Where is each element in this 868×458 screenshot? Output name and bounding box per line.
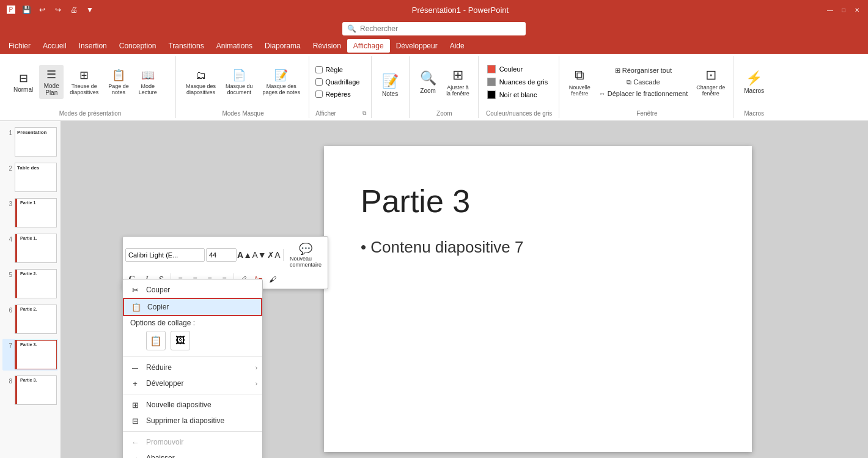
guides-checkbox-label[interactable]: Repères: [315, 89, 351, 99]
paste-text-only-button[interactable]: 🖼: [171, 331, 190, 350]
redo-button[interactable]: ↪: [51, 3, 65, 17]
toolbar-divider-1: [283, 249, 284, 261]
ruler-checkbox[interactable]: [315, 66, 323, 73]
slide-num-1: 1: [4, 130, 12, 136]
new-comment-button[interactable]: 💬 Nouveaucommentaire: [286, 239, 325, 271]
ribbon-group-macros-content: ⚡ Macros: [740, 56, 768, 108]
slide-preview-2: Table des: [15, 163, 57, 192]
menu-revision[interactable]: Révision: [307, 39, 347, 53]
grid-checkbox-label[interactable]: Quadrillage: [315, 77, 359, 87]
macros-button[interactable]: ⚡ Macros: [740, 65, 768, 99]
reorganize-button[interactable]: ⊞ Réorganiser tout: [597, 65, 691, 76]
ctx-reduce-label: Réduire: [146, 363, 172, 372]
paste-keep-format-button[interactable]: 📋: [146, 331, 166, 350]
slide-thumb-7[interactable]: 7 Partie 3.: [2, 339, 58, 371]
reading-view-button[interactable]: 📖 ModeLecture: [135, 65, 161, 99]
slide-preview-3: Partie 1: [15, 198, 57, 227]
slide-preview-1: Présentation: [15, 127, 57, 157]
ribbon-group-fenetre-label: Fenêtre: [565, 109, 729, 118]
new-window-button[interactable]: ⧉ Nouvellefenêtre: [565, 65, 594, 99]
context-menu: ✂ Couper 📋 Copier Options de collage : 📋…: [122, 279, 263, 458]
menu-diaporama[interactable]: Diaporama: [259, 39, 307, 53]
cascade-button[interactable]: ⧉ Cascade: [597, 77, 691, 87]
ctx-promote: ← Promouvoir: [123, 434, 262, 450]
guides-checkbox[interactable]: [315, 90, 323, 98]
blackwhite-button[interactable]: Noir et blanc: [485, 89, 540, 100]
color-button[interactable]: Couleur: [485, 64, 526, 75]
increase-font-button[interactable]: A▲: [238, 248, 251, 262]
handout-master-button[interactable]: 📄 Masque dudocument: [222, 65, 257, 99]
menu-aide[interactable]: Aide: [444, 39, 471, 53]
maximize-button[interactable]: □: [837, 4, 850, 16]
color-swatch-red: [487, 65, 496, 73]
slide-thumb-3[interactable]: 3 Partie 1: [2, 197, 58, 229]
normal-view-button[interactable]: ⊟ Normal: [10, 65, 37, 99]
customize-qat-button[interactable]: ▼: [83, 3, 97, 17]
ctx-expand[interactable]: + Développer ›: [123, 375, 262, 391]
font-family-input[interactable]: [125, 248, 205, 262]
ctx-reduce[interactable]: — Réduire ›: [123, 360, 262, 375]
close-button[interactable]: ✕: [851, 4, 863, 16]
grayscale-label: Nuances de gris: [499, 78, 548, 86]
ruler-checkbox-label[interactable]: Règle: [315, 65, 343, 75]
format-painter-button[interactable]: 🖌: [266, 273, 279, 286]
slide-num-6: 6: [4, 307, 12, 314]
outline-view-button[interactable]: ☰ ModePlan: [39, 65, 64, 99]
slide-thumb-6[interactable]: 6 Partie 2.: [2, 303, 58, 335]
slide-thumb-2[interactable]: 2 Table des: [2, 161, 58, 193]
ribbon-group-masque: 🗂 Masque desdiapositives 📄 Masque dudocu…: [177, 56, 309, 118]
menu-accueil[interactable]: Accueil: [37, 39, 73, 53]
fit-window-button[interactable]: ⊞ Ajuster àla fenêtre: [443, 65, 473, 99]
ctx-demote-label: Abaisser: [146, 454, 175, 458]
grid-checkbox[interactable]: [315, 78, 323, 86]
ctx-new-slide[interactable]: ⊞ Nouvelle diapositive: [123, 397, 262, 413]
title-bar-left: 🅿 💾 ↩ ↪ 🖨 ▼: [5, 3, 97, 17]
slide-preview-6: Partie 2.: [15, 305, 57, 334]
menu-affichage[interactable]: Affichage: [347, 39, 390, 53]
zoom-button[interactable]: 🔍 Zoom: [416, 65, 440, 99]
search-input[interactable]: [360, 24, 521, 33]
slide-master-button[interactable]: 🗂 Masque desdiapositives: [182, 65, 219, 99]
slide-thumb-8[interactable]: 8 Partie 3.: [2, 374, 58, 406]
menu-fichier[interactable]: Fichier: [2, 39, 37, 53]
menu-transitions[interactable]: Transitions: [162, 39, 210, 53]
font-size-input[interactable]: [206, 248, 237, 262]
search-icon: 🔍: [347, 24, 356, 33]
decrease-font-button[interactable]: A▼: [252, 248, 266, 262]
menu-insertion[interactable]: Insertion: [73, 39, 113, 53]
change-window-button[interactable]: ⊡ Changer defenêtre: [693, 65, 729, 99]
notes-button[interactable]: 📝 Notes: [378, 68, 402, 103]
slide-num-5: 5: [4, 271, 12, 278]
notes-master-button[interactable]: 📝 Masque despages de notes: [259, 65, 304, 99]
ctx-demote[interactable]: → Abaisser: [123, 450, 262, 458]
slide-preview-8: Partie 3.: [15, 375, 57, 405]
minimize-button[interactable]: —: [824, 4, 836, 16]
slide-sorter-button[interactable]: ⊞ Trieuse dediapositives: [66, 65, 102, 99]
notes-page-button[interactable]: 📋 Page denotes: [105, 65, 133, 99]
ctx-cut[interactable]: ✂ Couper: [123, 282, 262, 298]
expand-arrow: ›: [256, 380, 257, 387]
slide-thumb-1[interactable]: 1 Présentation: [2, 126, 58, 158]
menu-animations[interactable]: Animations: [210, 39, 259, 53]
main-area: 1 Présentation 2 Table des 3 Partie 1 4 …: [0, 121, 868, 458]
ribbon-group-fenetre: ⧉ Nouvellefenêtre ⊞ Réorganiser tout ⧉ C…: [561, 56, 735, 118]
ribbon-group-modes-label: Modes de présentation: [10, 109, 171, 118]
move-split-button[interactable]: ↔ Déplacer le fractionnement: [597, 89, 691, 98]
slide-thumb-4[interactable]: 4 Partie 1.: [2, 232, 58, 264]
ctx-copy[interactable]: 📋 Copier: [123, 298, 262, 316]
menu-bar: Fichier Accueil Insertion Conception Tra…: [0, 38, 868, 54]
slide-canvas: Partie 3 • Contenu diapositive 7: [324, 146, 752, 452]
reduce-icon: —: [130, 363, 140, 372]
slide-num-2: 2: [4, 165, 12, 172]
expand-afficher-button[interactable]: ⧉: [362, 110, 366, 117]
grayscale-button[interactable]: Nuances de gris: [485, 76, 551, 87]
menu-conception[interactable]: Conception: [113, 39, 163, 53]
save-button[interactable]: 💾: [20, 3, 33, 17]
print-button[interactable]: 🖨: [67, 3, 81, 17]
clear-format-button[interactable]: ✗A: [267, 248, 281, 262]
undo-button[interactable]: ↩: [35, 3, 49, 17]
slide-preview-7: Partie 3.: [15, 340, 57, 369]
ctx-delete-slide[interactable]: ⊟ Supprimer la diapositive: [123, 413, 262, 429]
slide-thumb-5[interactable]: 5 Partie 2.: [2, 268, 58, 300]
menu-developpeur[interactable]: Développeur: [390, 39, 444, 53]
